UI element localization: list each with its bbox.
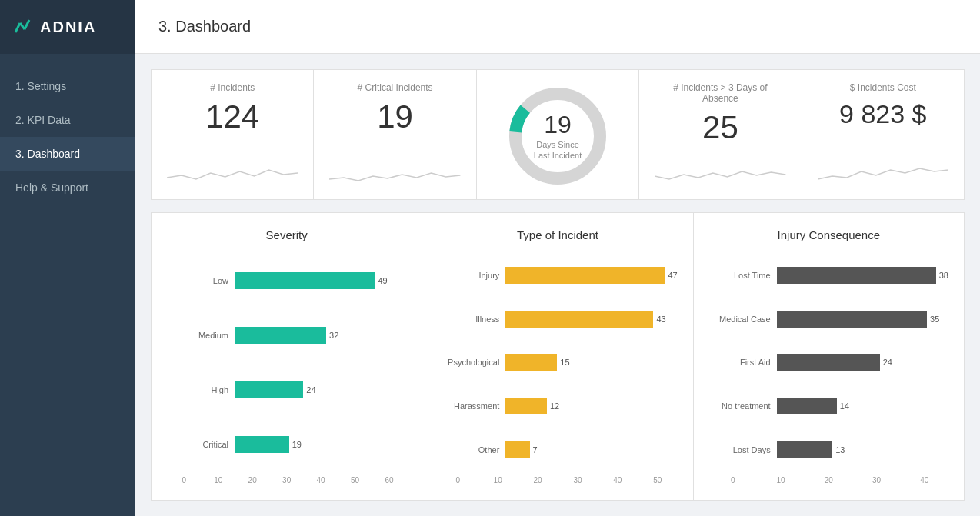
bar-fill	[235, 436, 289, 453]
bar-fill	[235, 327, 326, 344]
sidebar-item-settings[interactable]: 1. Settings	[0, 69, 135, 103]
incident-type-bar-chart: Injury47Illness43Psychological15Harassme…	[438, 254, 677, 471]
kpi-cost-label: $ Incidents Cost	[850, 82, 916, 93]
bar-label: First Aid	[709, 358, 771, 367]
bar-row: Lost Time38	[709, 267, 948, 284]
bar-value-label: 13	[835, 445, 845, 454]
bar-label: Other	[438, 445, 499, 454]
bar-value-label: 24	[306, 385, 315, 394]
bar-row: Illness43	[438, 311, 677, 328]
bar-row: No treatment14	[709, 398, 948, 414]
main-content: 3. Dashboard # Incidents 124 # Critical …	[135, 0, 980, 516]
bar-row: First Aid24	[709, 354, 948, 371]
donut-value: 19	[534, 111, 582, 139]
kpi-cost-sparkline	[818, 156, 948, 190]
bar-row: Other7	[438, 441, 677, 458]
bar-row: Harassment12	[438, 398, 677, 414]
bar-label: High	[167, 385, 228, 394]
bar-container: 49	[235, 272, 406, 289]
bar-label: Low	[167, 276, 228, 285]
logo-area: ADNIA	[0, 0, 135, 54]
bar-row: High24	[167, 381, 406, 398]
bar-fill	[235, 381, 303, 398]
bar-value-label: 32	[329, 331, 338, 340]
bar-fill	[777, 441, 833, 458]
bar-fill	[777, 311, 927, 328]
bar-fill	[235, 272, 375, 289]
bar-value-label: 35	[930, 315, 939, 324]
logo-icon	[12, 14, 34, 40]
bar-fill	[505, 311, 653, 328]
bar-value-label: 24	[883, 358, 892, 367]
bar-container: 7	[505, 441, 677, 458]
kpi-absence-label: # Incidents > 3 Days of Absence	[655, 82, 785, 104]
kpi-incidents-label: # Incidents	[210, 82, 255, 93]
svg-line-0	[15, 23, 20, 32]
charts-row: Severity Low49Medium32High24Critical19 0…	[151, 212, 965, 501]
bar-label: Lost Time	[709, 271, 771, 280]
bar-row: Low49	[167, 272, 406, 289]
content-area: # Incidents 124 # Critical Incidents 19	[135, 54, 980, 516]
bar-container: 38	[777, 267, 948, 284]
bar-fill	[777, 267, 936, 284]
kpi-card-critical: # Critical Incidents 19	[314, 70, 476, 199]
chart-severity: Severity Low49Medium32High24Critical19 0…	[152, 213, 422, 500]
severity-bar-chart: Low49Medium32High24Critical19	[167, 254, 406, 471]
bar-value-label: 38	[939, 271, 948, 280]
kpi-absence-value: 25	[702, 112, 738, 144]
bar-row: Lost Days13	[709, 441, 948, 458]
bar-value-label: 19	[292, 440, 302, 449]
bar-label: Harassment	[438, 401, 499, 411]
bar-value-label: 43	[656, 315, 665, 324]
kpi-incidents-value: 124	[205, 101, 259, 133]
page-title: 3. Dashboard	[158, 18, 251, 35]
kpi-incidents-sparkline	[167, 156, 298, 190]
chart-severity-title: Severity	[167, 228, 406, 241]
bar-container: 47	[505, 267, 677, 284]
kpi-card-donut: 19 Days SinceLast Incident	[477, 70, 639, 199]
incident-type-axis: 0 10 20 30 40 50	[438, 476, 677, 484]
bar-label: Psychological	[438, 358, 499, 367]
kpi-card-cost: $ Incidents Cost 9 823 $	[802, 70, 964, 199]
bar-label: Critical	[167, 440, 228, 449]
kpi-critical-value: 19	[377, 101, 413, 133]
kpi-absence-sparkline	[655, 156, 785, 190]
bar-row: Medium32	[167, 327, 406, 344]
bar-container: 24	[235, 381, 406, 398]
chart-injury-consequence: Injury Consequence Lost Time38Medical Ca…	[694, 213, 964, 500]
bar-label: Medical Case	[709, 315, 771, 324]
bar-value-label: 47	[668, 271, 677, 280]
kpi-row: # Incidents 124 # Critical Incidents 19	[151, 69, 965, 200]
bar-fill	[777, 398, 837, 414]
bar-label: No treatment	[709, 401, 771, 411]
kpi-critical-label: # Critical Incidents	[358, 82, 433, 93]
bar-container: 43	[505, 311, 677, 328]
bar-fill	[505, 398, 547, 414]
injury-consequence-axis: 0 10 20 30 40	[709, 476, 948, 484]
bar-fill	[777, 354, 880, 371]
bar-container: 15	[505, 354, 677, 371]
bar-container: 14	[777, 398, 948, 414]
bar-value-label: 14	[840, 401, 849, 411]
bar-container: 35	[777, 311, 948, 328]
bar-label: Medium	[167, 331, 228, 340]
sidebar-item-help[interactable]: Help & Support	[0, 171, 135, 205]
bar-container: 12	[505, 398, 677, 414]
sidebar: ADNIA 1. Settings 2. KPI Data 3. Dashboa…	[0, 0, 135, 516]
kpi-card-absence: # Incidents > 3 Days of Absence 25	[639, 70, 802, 199]
bar-container: 19	[235, 436, 406, 453]
bar-value-label: 7	[533, 445, 538, 454]
sidebar-navigation: 1. Settings 2. KPI Data 3. Dashboard Hel…	[0, 54, 135, 516]
chart-incident-type-title: Type of Incident	[438, 228, 677, 241]
donut-subtitle: Days SinceLast Incident	[534, 139, 582, 161]
bar-row: Critical19	[167, 436, 406, 453]
bar-fill	[505, 441, 529, 458]
bar-label: Lost Days	[709, 445, 771, 454]
bar-container: 13	[777, 441, 948, 458]
kpi-cost-value: 9 823 $	[839, 101, 926, 127]
sidebar-item-dashboard[interactable]: 3. Dashboard	[0, 137, 135, 171]
bar-container: 24	[777, 354, 948, 371]
bar-row: Medical Case35	[709, 311, 948, 328]
bar-label: Injury	[438, 271, 499, 280]
sidebar-item-kpi-data[interactable]: 2. KPI Data	[0, 103, 135, 137]
